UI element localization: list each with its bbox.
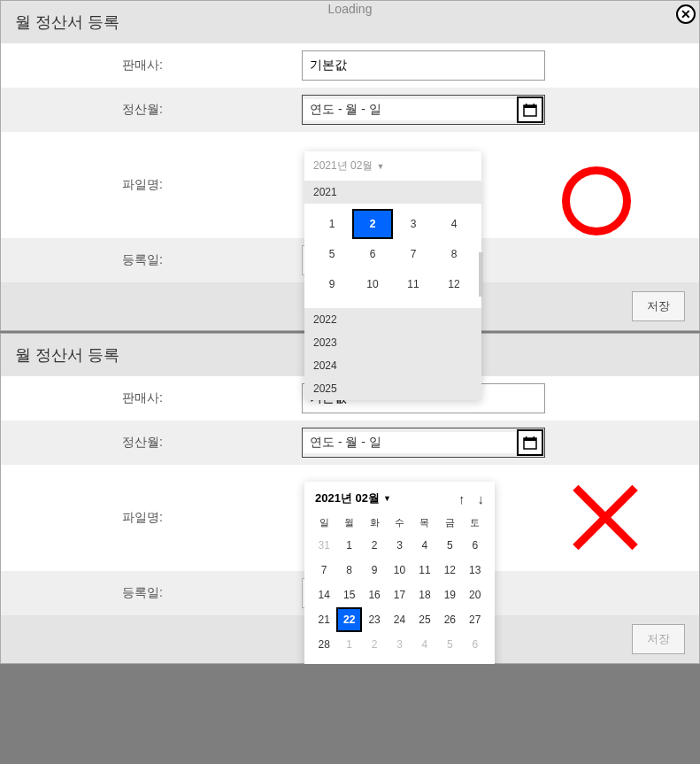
dialog-top: ✕ 월 정산서 등록 판매사: 정산월: — [0, 0, 700, 331]
date-picker-header[interactable]: 2021년 02월 ▼ — [315, 490, 458, 506]
month-cell[interactable]: 12 — [434, 269, 474, 299]
date-picker-title: 2021년 02월 — [315, 490, 380, 506]
day-cell[interactable]: 5 — [437, 533, 462, 558]
day-cell[interactable]: 13 — [463, 657, 488, 664]
month-cell[interactable]: 8 — [434, 239, 474, 269]
date-picker: 2021년 02월 ▼ ↑ ↓ 일월화수목금토31123456789101112… — [304, 482, 495, 664]
day-cell[interactable]: 31 — [312, 533, 336, 558]
loading-text: Loading — [328, 2, 373, 16]
dow-header: 수 — [387, 512, 412, 533]
label-filename-2: 파일명: — [1, 510, 302, 526]
month-input[interactable] — [303, 99, 516, 120]
svg-rect-2 — [526, 104, 527, 106]
day-cell[interactable]: 12 — [437, 657, 462, 664]
day-cell[interactable]: 9 — [362, 657, 387, 664]
day-cell[interactable]: 5 — [437, 632, 462, 657]
annotation-x-icon — [563, 475, 647, 559]
day-cell[interactable]: 17 — [387, 583, 412, 607]
day-cell[interactable]: 8 — [336, 558, 361, 583]
year-row[interactable]: 2023 — [304, 331, 481, 354]
calendar-icon[interactable] — [517, 96, 543, 123]
close-button[interactable]: ✕ — [676, 4, 696, 24]
day-cell[interactable]: 3 — [387, 533, 412, 558]
day-cell[interactable]: 7 — [312, 657, 336, 664]
day-cell[interactable]: 9 — [362, 558, 387, 583]
month-picker-title: 2021년 02월 — [313, 158, 373, 174]
day-cell[interactable]: 13 — [463, 558, 488, 583]
day-cell[interactable]: 11 — [412, 558, 437, 583]
caret-down-icon-2: ▼ — [383, 494, 391, 503]
day-cell[interactable]: 7 — [312, 558, 336, 583]
day-cell[interactable]: 8 — [336, 657, 361, 664]
day-cell[interactable]: 20 — [463, 583, 488, 607]
month-cell[interactable]: 4 — [434, 209, 474, 239]
dow-header: 토 — [463, 512, 488, 533]
day-cell[interactable]: 16 — [362, 583, 387, 607]
label-regdate: 등록일: — [1, 252, 302, 268]
day-cell[interactable]: 6 — [463, 533, 488, 558]
day-cell[interactable]: 6 — [463, 632, 488, 657]
month-cell[interactable]: 9 — [312, 269, 352, 299]
day-cell[interactable]: 2 — [362, 533, 387, 558]
day-cell[interactable]: 19 — [437, 583, 462, 607]
day-cell[interactable]: 3 — [387, 632, 412, 657]
dow-header: 금 — [437, 512, 462, 533]
dow-header: 화 — [362, 512, 387, 533]
day-cell[interactable]: 1 — [336, 632, 361, 657]
seller-input[interactable] — [302, 50, 545, 81]
month-input-wrap[interactable] — [302, 95, 545, 125]
day-cell[interactable]: 4 — [412, 533, 437, 558]
day-cell[interactable]: 27 — [463, 607, 488, 632]
svg-rect-6 — [526, 436, 527, 439]
dow-header: 목 — [412, 512, 437, 533]
svg-rect-7 — [534, 436, 535, 439]
day-cell[interactable]: 22 — [336, 607, 361, 632]
day-cell[interactable]: 23 — [362, 607, 387, 632]
prev-month-arrow-icon[interactable]: ↑ — [458, 491, 465, 506]
next-month-arrow-icon[interactable]: ↓ — [478, 491, 485, 506]
label-seller-2: 판매사: — [1, 390, 302, 406]
month-cell[interactable]: 3 — [393, 209, 434, 239]
save-button[interactable]: 저장 — [632, 291, 685, 321]
day-cell[interactable]: 2 — [362, 632, 387, 657]
annotation-circle-icon — [562, 166, 631, 235]
month-cell[interactable]: 10 — [352, 269, 393, 299]
day-cell[interactable]: 24 — [387, 607, 412, 632]
month-input-wrap-2[interactable] — [302, 428, 545, 458]
day-cell[interactable]: 4 — [412, 632, 437, 657]
label-seller: 판매사: — [1, 58, 302, 73]
day-cell[interactable]: 21 — [312, 607, 336, 632]
label-month-2: 정산월: — [1, 435, 302, 451]
month-cell[interactable]: 1 — [312, 209, 352, 239]
label-regdate-2: 등록일: — [1, 585, 302, 601]
day-cell[interactable]: 18 — [412, 583, 437, 607]
day-cell[interactable]: 10 — [387, 657, 412, 664]
month-picker: 2021년 02월 ▼ 2021 123456789101112 2022202… — [304, 151, 481, 400]
day-cell[interactable]: 28 — [312, 632, 336, 657]
day-cell[interactable]: 12 — [437, 558, 462, 583]
year-row[interactable]: 2024 — [304, 354, 481, 377]
dow-header: 월 — [336, 512, 361, 533]
day-cell[interactable]: 14 — [312, 583, 336, 607]
year-row[interactable]: 2025 — [304, 377, 481, 400]
day-cell[interactable]: 10 — [387, 558, 412, 583]
day-cell[interactable]: 11 — [412, 657, 437, 664]
month-cell[interactable]: 7 — [393, 239, 434, 269]
month-cell[interactable]: 6 — [352, 239, 393, 269]
month-picker-header[interactable]: 2021년 02월 ▼ — [304, 151, 481, 181]
day-cell[interactable]: 1 — [336, 533, 361, 558]
month-input-2[interactable] — [303, 432, 516, 453]
calendar-icon-2[interactable] — [517, 429, 543, 456]
save-button-2[interactable]: 저장 — [632, 624, 685, 654]
month-cell[interactable]: 5 — [312, 239, 352, 269]
year-row-expanded[interactable]: 2021 — [304, 181, 481, 204]
day-cell[interactable]: 26 — [437, 607, 462, 632]
month-cell[interactable]: 2 — [352, 209, 393, 239]
dow-header: 일 — [312, 512, 336, 533]
caret-down-icon: ▼ — [376, 162, 384, 171]
svg-rect-3 — [534, 104, 535, 106]
day-cell[interactable]: 15 — [336, 583, 361, 607]
day-cell[interactable]: 25 — [412, 607, 437, 632]
year-row[interactable]: 2022 — [304, 308, 481, 331]
month-cell[interactable]: 11 — [393, 269, 434, 299]
